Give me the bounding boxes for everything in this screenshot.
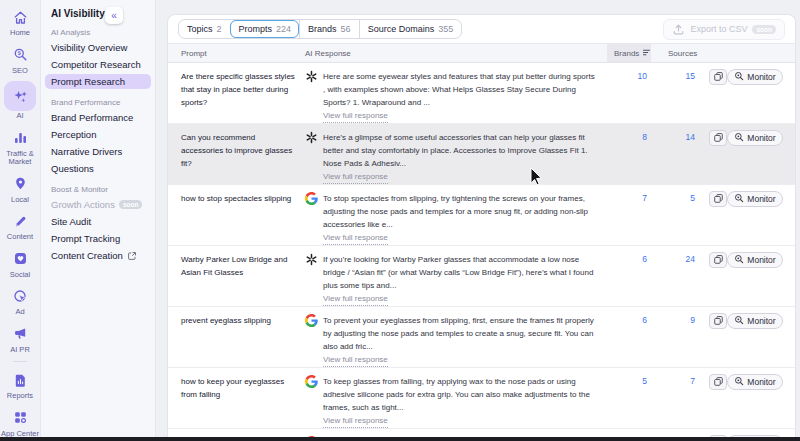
monitor-button[interactable]: Monitor xyxy=(727,69,783,85)
sources-count-link[interactable]: 7 xyxy=(651,375,699,386)
collapse-chevrons-icon: « xyxy=(111,10,117,21)
ai-response-cell: Here are some eyewear styles and feature… xyxy=(305,70,607,123)
column-header-brands-label: Brands xyxy=(614,49,639,58)
view-full-response-link[interactable]: View full response xyxy=(323,414,388,428)
rail-item-ai[interactable]: AI xyxy=(0,81,41,121)
monitor-button[interactable]: Monitor xyxy=(727,252,783,268)
monitor-button[interactable]: Monitor xyxy=(727,130,783,146)
view-full-response-link[interactable]: View full response xyxy=(323,231,388,245)
sidebar-collapse-button[interactable]: « xyxy=(105,7,123,24)
rail-item-label: SEO xyxy=(12,67,28,76)
sidebar-item-questions[interactable]: Questions xyxy=(45,161,151,176)
tab-prompts[interactable]: Prompts224 xyxy=(230,20,300,38)
sidebar-item-prompt-research[interactable]: Prompt Research xyxy=(45,74,151,89)
brands-count-link[interactable]: 5 xyxy=(607,375,651,386)
rail-item-ai-pr[interactable]: AI PR xyxy=(0,323,41,355)
rail-item-content[interactable]: Content xyxy=(0,210,41,242)
tab-brands[interactable]: Brands56 xyxy=(299,20,359,38)
rail-item-social[interactable]: Social xyxy=(0,248,41,280)
table-header-row: Prompt AI Response Brands Sources xyxy=(168,43,795,63)
ai-response-cell: To stop spectacles from slipping, try ti… xyxy=(305,192,607,245)
ai-response-text: Here’s a glimpse of some useful accessor… xyxy=(323,133,588,168)
view-full-response-link[interactable]: View full response xyxy=(323,353,388,367)
rail-item-local[interactable]: Local xyxy=(0,173,41,205)
sidebar-item-label: Competitor Research xyxy=(51,59,141,70)
rail-item-label: Local xyxy=(11,196,29,205)
chatgpt-icon xyxy=(305,131,318,144)
view-full-response-link[interactable]: View full response xyxy=(323,292,388,306)
sidebar-item-narrative-drivers[interactable]: Narrative Drivers xyxy=(45,144,151,159)
rail-item-traffic-market[interactable]: Traffic & Market xyxy=(0,127,41,167)
copy-to-report-icon xyxy=(713,131,724,146)
brands-count-link[interactable]: 7 xyxy=(607,192,651,203)
brands-count-link[interactable]: 8 xyxy=(607,131,651,142)
prompt-cell: how to keep your eyeglasses from falling xyxy=(181,375,305,401)
sidebar-item-perception[interactable]: Perception xyxy=(45,127,151,142)
nav-rail: HomeSEOAITraffic & MarketLocalContentSoc… xyxy=(0,0,41,441)
ad-target-icon xyxy=(6,285,34,307)
sources-count-link[interactable]: 9 xyxy=(651,314,699,325)
table-row: Warby Parker Low Bridge and Asian Fit Gl… xyxy=(168,246,795,307)
table-row: prevent eyeglass slipping To prevent you… xyxy=(168,307,795,368)
tab-source-domains[interactable]: Source Domains355 xyxy=(359,20,462,38)
copy-to-report-button[interactable] xyxy=(709,374,727,390)
rail-item-home[interactable]: Home xyxy=(0,6,41,38)
sources-count-link[interactable]: 5 xyxy=(651,192,699,203)
rail-item-label: AI xyxy=(16,112,23,121)
monitor-button[interactable]: Monitor xyxy=(727,374,783,390)
sidebar-item-prompt-tracking[interactable]: Prompt Tracking xyxy=(45,231,151,246)
social-heart-icon xyxy=(6,248,34,270)
column-header-brands[interactable]: Brands xyxy=(607,44,651,62)
tab-count: 2 xyxy=(217,24,222,34)
view-full-response-link[interactable]: View full response xyxy=(323,170,388,184)
column-header-spacer-2 xyxy=(727,44,783,62)
sidebar-item-content-creation[interactable]: Content Creation xyxy=(45,248,151,263)
soon-badge: soon xyxy=(119,200,143,209)
rail-item-seo[interactable]: SEO xyxy=(0,44,41,76)
brands-count-link[interactable]: 6 xyxy=(607,253,651,264)
monitor-button[interactable]: Monitor xyxy=(727,191,783,207)
copy-to-report-button[interactable] xyxy=(709,191,727,207)
sidebar-item-competitor-research[interactable]: Competitor Research xyxy=(45,57,151,72)
sidebar-title: AI Visibility xyxy=(41,6,155,19)
sidebar-item-visibility-overview[interactable]: Visibility Overview xyxy=(45,40,151,55)
monitor-magnifier-icon xyxy=(734,193,744,205)
screen-edge-bar xyxy=(0,437,800,441)
ai-response-text: To keep glasses from falling, try applyi… xyxy=(323,377,590,412)
ai-response-cell: If you’re looking for Warby Parker glass… xyxy=(305,253,607,306)
sidebar-section-brand-performance: Brand Performance Brand Performance Perc… xyxy=(41,98,155,176)
column-header-sources[interactable]: Sources xyxy=(651,44,699,62)
monitor-button-label: Monitor xyxy=(747,72,775,82)
brands-count-link[interactable]: 10 xyxy=(607,70,651,81)
sources-count-link[interactable]: 24 xyxy=(651,253,699,264)
ai-response-text: If you’re looking for Warby Parker glass… xyxy=(323,255,593,290)
table-row: Are there specific glasses styles that s… xyxy=(168,63,795,124)
brands-count-link[interactable]: 6 xyxy=(607,314,651,325)
tab-group: Topics2Prompts224Brands56Source Domains3… xyxy=(178,19,462,39)
sidebar-item-site-audit[interactable]: Site Audit xyxy=(45,214,151,229)
rail-item-reports[interactable]: Reports xyxy=(0,369,41,401)
monitor-button[interactable]: Monitor xyxy=(727,313,783,329)
copy-to-report-button[interactable] xyxy=(709,69,727,85)
prompt-cell: prevent eyeglass slipping xyxy=(181,314,305,327)
tab-topics[interactable]: Topics2 xyxy=(179,20,230,38)
monitor-button-label: Monitor xyxy=(747,194,775,204)
sources-count-link[interactable]: 15 xyxy=(651,70,699,81)
copy-to-report-button[interactable] xyxy=(709,313,727,329)
monitor-magnifier-icon xyxy=(734,376,744,388)
rail-item-label: Home xyxy=(10,29,30,38)
sidebar-item-growth-actions[interactable]: Growth Actions soon xyxy=(45,197,151,212)
copy-to-report-button[interactable] xyxy=(709,130,727,146)
sidebar-section-boost-monitor: Boost & Monitor Growth Actions soon Site… xyxy=(41,185,155,263)
view-full-response-link[interactable]: View full response xyxy=(323,109,388,123)
seo-icon xyxy=(6,44,34,66)
rail-item-app-center[interactable]: App Center xyxy=(0,407,41,439)
column-header-prompt[interactable]: Prompt xyxy=(181,44,305,62)
sidebar-item-label: Visibility Overview xyxy=(51,42,127,53)
export-to-csv-button[interactable]: Export to CSV soon xyxy=(663,19,785,40)
column-header-ai-response[interactable]: AI Response xyxy=(305,44,607,62)
copy-to-report-button[interactable] xyxy=(709,252,727,268)
rail-item-ad[interactable]: Ad xyxy=(0,285,41,317)
sources-count-link[interactable]: 14 xyxy=(651,131,699,142)
sidebar-item-brand-performance[interactable]: Brand Performance xyxy=(45,110,151,125)
